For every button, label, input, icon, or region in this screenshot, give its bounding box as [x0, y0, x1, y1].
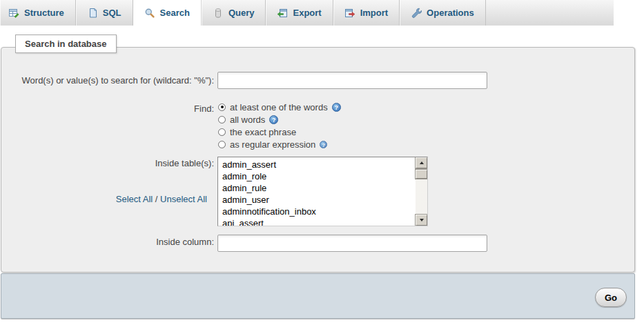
- radio-at-least-one-label[interactable]: at least one of the words: [230, 102, 328, 112]
- structure-icon: [8, 8, 19, 19]
- words-label: Word(s) or value(s) to search for (wildc…: [0, 75, 214, 86]
- tab-sql-label: SQL: [103, 8, 121, 18]
- inside-column-input[interactable]: [217, 235, 487, 252]
- help-icon[interactable]: ?: [320, 141, 327, 148]
- search-words-input[interactable]: [217, 72, 487, 89]
- radio-all-words[interactable]: [218, 116, 226, 124]
- find-option-exact-phrase: the exact phrase ?: [218, 126, 341, 138]
- arrow-down-icon: [420, 219, 424, 221]
- fieldset-legend: Search in database: [15, 35, 117, 53]
- import-icon: [344, 8, 355, 19]
- tab-operations-label: Operations: [427, 8, 474, 18]
- help-icon[interactable]: ?: [269, 115, 278, 124]
- table-option[interactable]: admin_assert: [218, 159, 427, 170]
- find-options: at least one of the words ? all words ? …: [218, 101, 341, 150]
- tab-export-label: Export: [293, 8, 321, 18]
- find-option-at-least-one: at least one of the words ?: [218, 101, 341, 113]
- find-label: Find:: [0, 104, 214, 114]
- export-icon: [277, 8, 288, 19]
- table-option[interactable]: api_assert: [218, 217, 427, 226]
- tab-bar: Structure SQL Search Query Export: [0, 0, 614, 26]
- radio-at-least-one[interactable]: [218, 104, 226, 111]
- radio-regex-label[interactable]: as regular expression: [230, 139, 315, 150]
- go-button[interactable]: Go: [595, 288, 627, 307]
- tab-structure-label: Structure: [24, 8, 64, 18]
- tab-structure[interactable]: Structure: [0, 0, 76, 26]
- radio-all-words-label[interactable]: all words: [230, 115, 265, 125]
- tab-operations[interactable]: Operations: [400, 0, 486, 26]
- scroll-down-button[interactable]: [416, 215, 427, 226]
- select-links: Select All / Unselect All: [0, 194, 207, 204]
- search-page: Structure SQL Search Query Export: [0, 0, 644, 325]
- tab-query-label: Query: [228, 8, 255, 18]
- table-option[interactable]: admin_user: [218, 194, 427, 206]
- operations-icon: [411, 8, 422, 19]
- tab-import[interactable]: Import: [333, 0, 400, 26]
- help-icon[interactable]: ?: [332, 103, 341, 112]
- tab-search-label: Search: [160, 8, 190, 18]
- column-label: Inside column:: [0, 237, 214, 247]
- select-all-link[interactable]: Select All: [116, 194, 153, 204]
- table-option[interactable]: admin_role: [218, 170, 427, 182]
- scroll-up-button[interactable]: [416, 157, 427, 168]
- select-links-separator: /: [153, 194, 160, 204]
- find-option-regex: as regular expression ?: [218, 138, 341, 150]
- radio-regex[interactable]: [218, 141, 226, 148]
- table-option[interactable]: admin_rule: [218, 182, 427, 194]
- unselect-all-link[interactable]: Unselect All: [160, 194, 207, 204]
- find-option-all-words: all words ?: [218, 113, 341, 126]
- tables-label: Inside table(s):: [0, 158, 214, 168]
- sql-icon: [87, 8, 98, 19]
- query-icon: [213, 8, 224, 19]
- list-scrollbar[interactable]: [416, 157, 427, 226]
- radio-exact-phrase[interactable]: [218, 128, 226, 136]
- radio-exact-phrase-label[interactable]: the exact phrase: [230, 127, 296, 137]
- tab-query[interactable]: Query: [202, 0, 266, 26]
- tables-listbox[interactable]: admin_assert admin_role admin_rule admin…: [217, 157, 428, 226]
- tab-sql[interactable]: SQL: [76, 0, 133, 26]
- table-option[interactable]: adminnotification_inbox: [218, 206, 427, 217]
- search-icon: [144, 8, 155, 19]
- footer-bar: [1, 273, 635, 319]
- tab-import-label: Import: [360, 8, 388, 18]
- arrow-up-icon: [420, 161, 424, 164]
- tab-export[interactable]: Export: [266, 0, 333, 26]
- scroll-thumb[interactable]: [416, 170, 427, 179]
- tab-search[interactable]: Search: [133, 0, 202, 26]
